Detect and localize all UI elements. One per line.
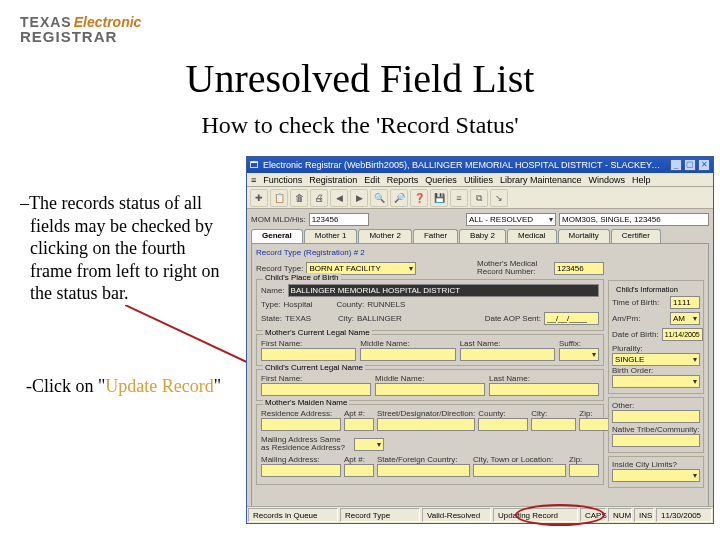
status-ins: INS [634,508,654,522]
logo: TEXASElectronic REGISTRAR [20,14,141,45]
county-value: RUNNELS [367,300,422,309]
city3-field[interactable] [473,464,566,477]
paragraph-2-suffix: " [214,376,221,396]
street-field[interactable] [377,418,475,431]
place-of-birth-group-label: Child's Place of Birth [263,273,341,282]
page-title: Unresolved Field List [0,55,720,102]
menubar: ≡ Functions Registration Edit Reports Qu… [247,173,713,187]
child-last-field[interactable] [489,383,599,396]
tab-mortality[interactable]: Mortality [558,229,610,243]
minimize-button[interactable]: _ [670,159,682,171]
facility-type-label: Type: [261,300,281,309]
toolbar-search-icon[interactable]: 🔍 [370,189,388,207]
facility-type-value: Hospital [284,300,334,309]
time-field[interactable]: 1111 [670,296,700,309]
city2-field[interactable] [531,418,576,431]
mothers-mrn-label: Mother's Medical Record Number: [477,260,551,276]
toolbar-help-icon[interactable]: ❓ [410,189,428,207]
toolbar-copy-icon[interactable]: 📋 [270,189,288,207]
child-last-label: Last Name: [489,374,599,383]
mother-first-field[interactable] [261,348,356,361]
mom-id-label: MOM MLD/His: [251,215,306,224]
instruction-paragraph-1: –The records status of all fields may be… [20,192,230,305]
instruction-paragraph-2: -Click on "Update Record" [20,375,230,398]
child-middle-field[interactable] [375,383,485,396]
paragraph-2-emphasis: Update Record [105,376,213,396]
menu-windows[interactable]: Windows [588,175,625,185]
toolbar-zoom-icon[interactable]: 🔎 [390,189,408,207]
status-caps: CAPS [580,508,606,522]
mail-addr-field[interactable] [261,464,341,477]
other-field[interactable] [612,410,700,423]
menu-functions[interactable]: Functions [263,175,302,185]
apt2-field[interactable] [344,464,374,477]
mother-last-field[interactable] [460,348,555,361]
apt-label: Apt #: [344,409,374,418]
menu-queries[interactable]: Queries [425,175,457,185]
mother-suffix-dropdown[interactable] [559,348,599,361]
date-aop-field[interactable]: __/__/____ [544,312,599,325]
mother-middle-field[interactable] [360,348,455,361]
facility-name-label: Name: [261,286,285,295]
county2-label: County: [478,409,528,418]
county2-field[interactable] [478,418,528,431]
birth-order-dropdown[interactable] [612,375,700,388]
menu-help[interactable]: Help [632,175,651,185]
maximize-button[interactable]: ▢ [684,159,696,171]
tab-mother2[interactable]: Mother 2 [358,229,412,243]
toolbar-list-icon[interactable]: ≡ [450,189,468,207]
status-record-type[interactable]: Record Type [340,508,420,522]
tab-general[interactable]: General [251,229,303,243]
menu-registration[interactable]: Registration [309,175,357,185]
status-updating-record[interactable]: Updating Record [493,508,578,522]
record-type-label: Record Type: [256,264,303,273]
toolbar-window-icon[interactable]: ⧉ [470,189,488,207]
status-records-in-queue[interactable]: Records in Queue [248,508,338,522]
mail-same-label: Mailing Address Same as Residence Addres… [261,436,351,452]
toolbar-prev-icon[interactable]: ◀ [330,189,348,207]
inside-city-dropdown[interactable] [612,469,700,482]
sf-field[interactable] [377,464,470,477]
menu-edit[interactable]: Edit [364,175,380,185]
res-addr-field[interactable] [261,418,341,431]
close-button[interactable]: ✕ [698,159,710,171]
native-field[interactable] [612,434,700,447]
child-middle-label: Middle Name: [375,374,485,383]
toolbar-new-icon[interactable]: ✚ [250,189,268,207]
toolbar-save-icon[interactable]: 💾 [430,189,448,207]
toolbar-next-icon[interactable]: ▶ [350,189,368,207]
tab-medical[interactable]: Medical [507,229,557,243]
toolbar-exit-icon[interactable]: ↘ [490,189,508,207]
mail-same-dropdown[interactable] [354,438,384,451]
window-title: Electronic Registrar (WebBirth2005), BAL… [263,160,666,170]
facility-name-dropdown[interactable]: BALLINGER MEMORIAL HOSPITAL DISTRICT [288,284,599,297]
ampm-dropdown[interactable]: AM [670,312,700,325]
plurality-dropdown[interactable]: SINGLE [612,353,700,366]
child-info-group-label: Child's Information [614,285,680,294]
toolbar-print-icon[interactable]: 🖨 [310,189,328,207]
native-label: Native Tribe/Community: [612,425,700,434]
city2-label: City: [531,409,576,418]
tab-baby2[interactable]: Baby 2 [459,229,506,243]
status-valid-resolved[interactable]: Valid-Resolved [422,508,491,522]
menu-library[interactable]: Library Maintenance [500,175,582,185]
record-summary-value[interactable]: MOM30S, SINGLE, 123456 [559,213,709,226]
child-first-field[interactable] [261,383,371,396]
tab-mother1[interactable]: Mother 1 [304,229,358,243]
ampm-label: Am/Pm: [612,314,667,323]
apt-field[interactable] [344,418,374,431]
city3-label: City, Town or Location: [473,455,566,464]
toolbar-delete-icon[interactable]: 🗑 [290,189,308,207]
zip-field[interactable] [579,418,609,431]
dob-field[interactable]: 11/14/2005 [662,328,703,341]
mom-id-value[interactable]: 123456 [309,213,369,226]
tab-certifier[interactable]: Certifier [611,229,661,243]
app-window: 🗔 Electronic Registrar (WebBirth2005), B… [246,156,714,524]
menu-utilities[interactable]: Utilities [464,175,493,185]
mothers-mrn-field[interactable]: 123456 [554,262,604,275]
resolution-dropdown[interactable]: ALL - RESOLVED [466,213,556,226]
tab-father[interactable]: Father [413,229,458,243]
menu-reports[interactable]: Reports [387,175,419,185]
mother-middle-label: Middle Name: [360,339,455,348]
zip2-field[interactable] [569,464,599,477]
